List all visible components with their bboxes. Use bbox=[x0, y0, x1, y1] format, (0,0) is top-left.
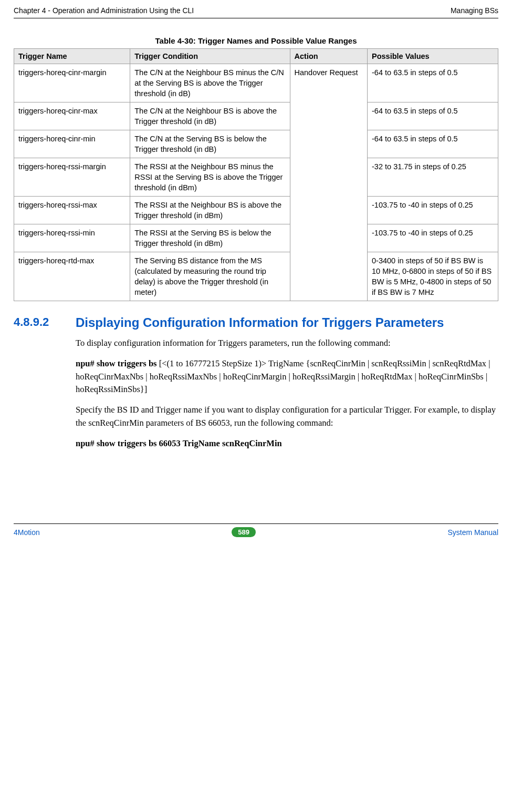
command-bold: npu# show triggers bs 66053 TrigName scn… bbox=[76, 437, 498, 450]
cell-possible-values: -64 to 63.5 in steps of 0.5 bbox=[368, 102, 498, 130]
footer-right: System Manual bbox=[448, 528, 498, 537]
section-heading: 4.8.9.2 Displaying Configuration Informa… bbox=[14, 315, 498, 331]
command-bold: npu# show triggers bs bbox=[76, 358, 159, 368]
th-trigger-condition: Trigger Condition bbox=[130, 49, 290, 64]
body-paragraph: To display configuration information for… bbox=[76, 337, 498, 350]
cell-possible-values: 0-3400 in steps of 50 if BS BW is 10 MHz… bbox=[368, 252, 498, 301]
cell-trigger-condition: The C/N at the Neighbour BS minus the C/… bbox=[130, 64, 290, 102]
cell-possible-values: -64 to 63.5 in steps of 0.5 bbox=[368, 130, 498, 158]
table-caption: Table 4-30: Trigger Names and Possible V… bbox=[14, 36, 498, 45]
body-paragraph: Specify the BS ID and Trigger name if yo… bbox=[76, 404, 498, 430]
th-possible-values: Possible Values bbox=[368, 49, 498, 64]
header-right: Managing BSs bbox=[451, 6, 498, 15]
cell-trigger-name: triggers-horeq-cinr-margin bbox=[14, 64, 130, 102]
cell-trigger-condition: The C/N at the Neighbour BS is above the… bbox=[130, 102, 290, 130]
footer: 4Motion 589 System Manual bbox=[14, 523, 498, 537]
table-row: triggers-horeq-cinr-max The C/N at the N… bbox=[14, 102, 498, 130]
th-trigger-name: Trigger Name bbox=[14, 49, 130, 64]
cell-possible-values: -103.75 to -40 in steps of 0.25 bbox=[368, 224, 498, 252]
cell-trigger-condition: The C/N at the Serving BS is below the T… bbox=[130, 130, 290, 158]
cell-trigger-condition: The RSSI at the Neighbour BS minus the R… bbox=[130, 158, 290, 197]
table-row: triggers-horeq-rssi-min The RSSI at the … bbox=[14, 224, 498, 252]
cell-possible-values: -64 to 63.5 in steps of 0.5 bbox=[368, 64, 498, 102]
section-title: Displaying Configuration Information for… bbox=[76, 315, 444, 331]
cell-trigger-condition: The RSSI at the Neighbour BS is above th… bbox=[130, 197, 290, 224]
table-row: triggers-horeq-cinr-margin The C/N at th… bbox=[14, 64, 498, 102]
th-action: Action bbox=[290, 49, 368, 64]
cell-trigger-name: triggers-horeq-rtd-max bbox=[14, 252, 130, 301]
table-row: triggers-horeq-rssi-max The RSSI at the … bbox=[14, 197, 498, 224]
cell-trigger-condition: The Serving BS distance from the MS (cal… bbox=[130, 252, 290, 301]
body-paragraph: npu# show triggers bs [<(1 to 16777215 S… bbox=[76, 357, 498, 396]
cell-trigger-condition: The RSSI at the Serving BS is below the … bbox=[130, 224, 290, 252]
cell-trigger-name: triggers-horeq-cinr-min bbox=[14, 130, 130, 158]
table-row: triggers-horeq-rtd-max The Serving BS di… bbox=[14, 252, 498, 301]
cell-trigger-name: triggers-horeq-rssi-min bbox=[14, 224, 130, 252]
table-header-row: Trigger Name Trigger Condition Action Po… bbox=[14, 49, 498, 64]
cell-trigger-name: triggers-horeq-cinr-max bbox=[14, 102, 130, 130]
cell-possible-values: -103.75 to -40 in steps of 0.25 bbox=[368, 197, 498, 224]
header-left: Chapter 4 - Operation and Administration… bbox=[14, 6, 194, 15]
cell-trigger-name: triggers-horeq-rssi-margin bbox=[14, 158, 130, 197]
page-number: 589 bbox=[232, 527, 256, 537]
triggers-table: Trigger Name Trigger Condition Action Po… bbox=[14, 48, 498, 301]
running-header: Chapter 4 - Operation and Administration… bbox=[14, 6, 498, 18]
cell-trigger-name: triggers-horeq-rssi-max bbox=[14, 197, 130, 224]
table-row: triggers-horeq-rssi-margin The RSSI at t… bbox=[14, 158, 498, 197]
cell-possible-values: -32 to 31.75 in steps of 0.25 bbox=[368, 158, 498, 197]
section-number: 4.8.9.2 bbox=[14, 315, 76, 331]
cell-action: Handover Request bbox=[290, 64, 368, 301]
table-row: triggers-horeq-cinr-min The C/N at the S… bbox=[14, 130, 498, 158]
footer-left: 4Motion bbox=[14, 528, 40, 537]
